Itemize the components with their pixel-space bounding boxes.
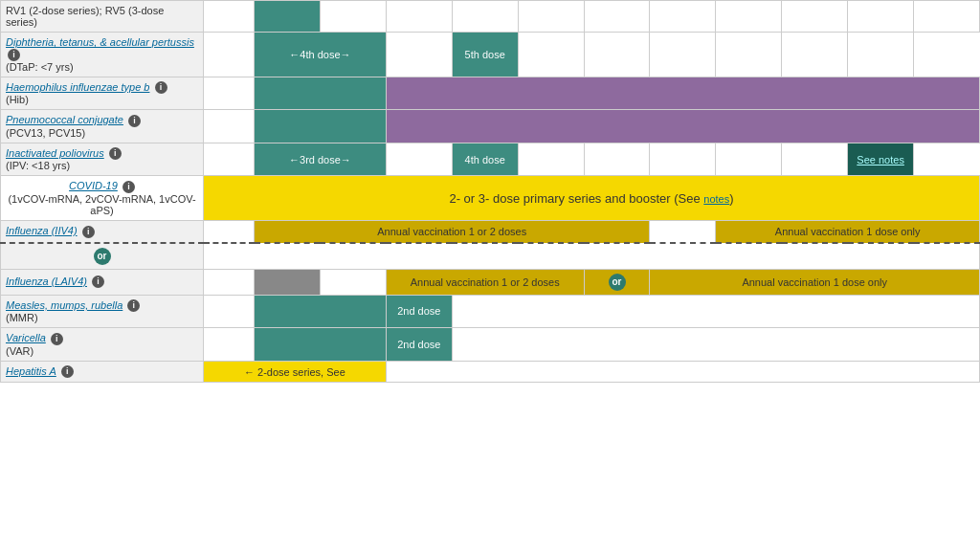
covid-notes-link[interactable]: notes — [703, 193, 729, 205]
laiv-annual2: Annual vaccination 1 dose only — [650, 269, 980, 295]
mmr-info-icon[interactable]: i — [127, 299, 140, 312]
dtap-dose4: ←4th dose→ — [255, 33, 387, 77]
pcv-col2 — [255, 110, 387, 143]
covid-span: 2- or 3- dose primary series and booster… — [204, 176, 980, 221]
rv-col6 — [518, 1, 584, 33]
influenza-iiv-link[interactable]: Influenza (IIV4) — [6, 225, 78, 236]
laiv-or-badge: or — [609, 274, 626, 291]
rv-col8 — [650, 1, 716, 33]
iiv-annual2: Annual vaccination 1 dose only — [716, 220, 980, 242]
vaccine-hib: Haemophilus influenzae type b i (Hib) — [1, 77, 204, 110]
laiv-gray1 — [255, 269, 321, 295]
influenza-laiv-link[interactable]: Influenza (LAIV4) — [6, 276, 87, 287]
dtap-link[interactable]: Diphtheria, tetanus, & acellular pertuss… — [6, 36, 194, 48]
ipv-col6 — [716, 143, 782, 176]
rv-col10 — [782, 1, 848, 33]
ipv-info-icon[interactable]: i — [109, 147, 122, 160]
dtap-col3 — [386, 33, 452, 77]
rv-col12 — [914, 1, 980, 33]
mmr-dose2: 2nd dose — [386, 295, 452, 328]
var-col1 — [204, 328, 255, 362]
ipv-col4 — [584, 143, 650, 176]
hib-link[interactable]: Haemophilus influenzae type b — [6, 81, 149, 93]
rv-col1 — [204, 1, 255, 33]
vaccine-varicella: Varicella i (VAR) — [1, 328, 204, 362]
varicella-link[interactable]: Varicella — [6, 332, 46, 343]
iiv-col1 — [204, 220, 255, 242]
vaccine-rv: RV1 (2-dose series); RV5 (3-dose series) — [1, 1, 204, 33]
rv-col3 — [320, 1, 386, 33]
dtap-subtext: (DTaP: <7 yrs) — [6, 61, 198, 73]
iiv-annual1: Annual vaccination 1 or 2 doses — [255, 220, 650, 242]
dtap-dose5: 5th dose — [452, 33, 518, 77]
var-col2 — [255, 328, 387, 362]
rv-col9 — [716, 1, 782, 33]
dtap-info-icon[interactable]: i — [8, 49, 20, 61]
vaccine-pcv: Pneumococcal conjugate i (PCV13, PCV15) — [1, 110, 204, 143]
ipv-col5 — [650, 143, 716, 176]
ipv-col2 — [386, 143, 452, 176]
ipv-seenotes: See notes — [848, 143, 914, 176]
covid-info-icon[interactable]: i — [122, 181, 135, 193]
hib-col3 — [386, 77, 979, 110]
hib-subtext: (Hib) — [6, 94, 198, 105]
pcv-col3 — [386, 110, 979, 143]
rv-label: RV1 (2-dose series); RV5 (3-dose series) — [6, 5, 164, 28]
hepa-dose-series: ← 2-dose series, See — [204, 361, 387, 383]
dtap-col7 — [650, 33, 716, 77]
hib-info-icon[interactable]: i — [155, 81, 167, 94]
varicella-info-icon[interactable]: i — [51, 333, 63, 345]
ipv-link[interactable]: Inactivated poliovirus — [6, 147, 104, 159]
var-dose2: 2nd dose — [386, 328, 452, 362]
dtap-col5 — [518, 33, 584, 77]
covid-subtext: (1vCOV-mRNA, 2vCOV-mRNA, 1vCOV-aPS) — [6, 193, 198, 216]
mmr-subtext: (MMR) — [6, 312, 198, 323]
var-col3 — [452, 328, 979, 362]
or-row-cell: or — [1, 243, 204, 270]
iiv-gap — [650, 220, 716, 242]
laiv-annual1: Annual vaccination 1 or 2 doses — [386, 269, 584, 295]
rv-col5 — [452, 1, 518, 33]
dtap-col10 — [848, 33, 914, 77]
dtap-col8 — [716, 33, 782, 77]
influenza-laiv-info-icon[interactable]: i — [92, 276, 104, 288]
pcv-info-icon[interactable]: i — [128, 115, 141, 127]
ipv-dose3: ←3rd dose→ — [255, 143, 387, 176]
hepa-info-icon[interactable]: i — [61, 365, 74, 378]
covid-link[interactable]: COVID-19 — [69, 180, 118, 191]
pcv-subtext: (PCV13, PCV15) — [6, 127, 198, 139]
vaccine-ipv: Inactivated poliovirus i (IPV: <18 yrs) — [1, 143, 204, 176]
dtap-col1 — [204, 33, 255, 77]
vaccine-dtap: Diphtheria, tetanus, & acellular pertuss… — [1, 33, 204, 77]
hib-col2 — [255, 77, 387, 110]
mmr-col3 — [452, 295, 979, 328]
hib-col1 — [204, 77, 255, 110]
vaccine-hepa: Hepatitis A i — [1, 361, 204, 383]
influenza-iiv-info-icon[interactable]: i — [82, 226, 95, 238]
rv-col7 — [584, 1, 650, 33]
mmr-col1 — [204, 295, 255, 328]
ipv-col1 — [204, 143, 255, 176]
or-spacer — [204, 243, 980, 270]
ipv-col3 — [518, 143, 584, 176]
pcv-link[interactable]: Pneumococcal conjugate — [6, 114, 123, 125]
vaccine-influenza-iiv: Influenza (IIV4) i — [1, 220, 204, 242]
vaccine-influenza-laiv: Influenza (LAIV4) i — [1, 269, 204, 295]
ipv-dose4: 4th dose — [452, 143, 518, 176]
rv-col4 — [386, 1, 452, 33]
vaccine-mmr: Measles, mumps, rubella i (MMR) — [1, 295, 204, 328]
mmr-link[interactable]: Measles, mumps, rubella — [6, 299, 122, 311]
hepa-link[interactable]: Hepatitis A — [6, 365, 56, 377]
mmr-col2 — [255, 295, 387, 328]
varicella-subtext: (VAR) — [6, 345, 198, 357]
laiv-col2 — [320, 269, 386, 295]
rv-col11 — [848, 1, 914, 33]
ipv-col7 — [782, 143, 848, 176]
rv-col2 — [255, 1, 321, 33]
pcv-col1 — [204, 110, 255, 143]
vaccine-covid: COVID-19 i (1vCOV-mRNA, 2vCOV-mRNA, 1vCO… — [1, 176, 204, 221]
laiv-or-cell: or — [584, 269, 650, 295]
laiv-col1 — [204, 269, 255, 295]
ipv-subtext: (IPV: <18 yrs) — [6, 160, 198, 171]
dtap-col9 — [782, 33, 848, 77]
